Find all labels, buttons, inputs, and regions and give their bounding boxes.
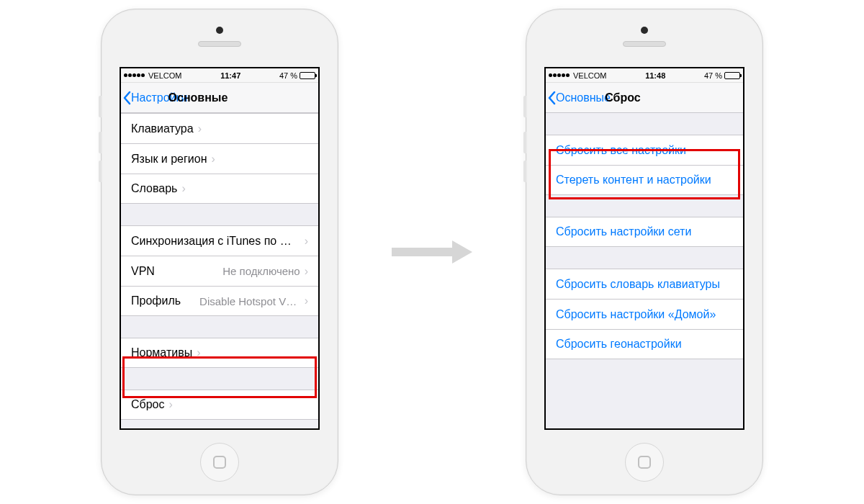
- screen-reset: VELCOM 11:48 47 % Основные Сброс Сброси: [544, 67, 744, 430]
- row-vpn[interactable]: VPN Не подключено ›: [121, 256, 318, 286]
- row-label: Нормативы: [131, 346, 192, 359]
- row-reset-keyboard-dictionary[interactable]: Сбросить словарь клавиатуры: [546, 269, 743, 299]
- camera-dot: [216, 27, 223, 34]
- iphone-right: VELCOM 11:48 47 % Основные Сброс Сброси: [526, 9, 763, 495]
- back-label: Настройки: [131, 91, 187, 104]
- chevron-right-icon: ›: [169, 398, 173, 411]
- nav-bar: Настройки Основные: [121, 83, 318, 113]
- row-label: Профиль: [131, 294, 181, 307]
- carrier-label: VELCOM: [573, 71, 606, 80]
- row-label: Сбросить настройки «Домой»: [556, 308, 716, 321]
- back-button[interactable]: Основные: [546, 91, 611, 105]
- chevron-right-icon: ›: [305, 235, 308, 248]
- row-label: Сбросить словарь клавиатуры: [556, 278, 720, 291]
- screen-general: VELCOM 11:47 47 % Настройки Основные Кла…: [120, 67, 320, 430]
- row-reset-network[interactable]: Сбросить настройки сети: [546, 217, 743, 247]
- home-button[interactable]: [200, 443, 239, 482]
- camera-dot: [641, 27, 648, 34]
- clock-label: 11:48: [645, 71, 665, 80]
- battery-icon: [724, 72, 740, 79]
- row-label: Словарь: [131, 182, 177, 195]
- chevron-right-icon: ›: [198, 122, 202, 135]
- speaker-slot: [198, 41, 241, 47]
- row-value: Не подключено: [217, 265, 300, 277]
- back-label: Основные: [556, 91, 611, 104]
- row-erase-content-settings[interactable]: Стереть контент и настройки: [546, 165, 743, 195]
- row-keyboard[interactable]: Клавиатура ›: [121, 113, 318, 143]
- battery-percent-label: 47 %: [279, 71, 297, 80]
- row-itunes-wifi-sync[interactable]: Синхронизация с iTunes по Wi-Fi ›: [121, 225, 318, 256]
- row-label: Язык и регион: [131, 153, 207, 166]
- row-dictionary[interactable]: Словарь ›: [121, 174, 318, 204]
- row-label: Сброс: [131, 398, 165, 411]
- chevron-right-icon: ›: [305, 265, 308, 278]
- row-regulatory[interactable]: Нормативы ›: [121, 338, 318, 368]
- battery-icon: [300, 72, 315, 79]
- row-reset[interactable]: Сброс ›: [121, 390, 318, 420]
- status-bar: VELCOM 11:48 47 %: [546, 68, 743, 83]
- home-button[interactable]: [625, 443, 664, 482]
- speaker-slot: [623, 41, 666, 47]
- row-profile[interactable]: Профиль Disable Hotspot VPN ›: [121, 286, 318, 316]
- row-label: Сбросить все настройки: [556, 144, 686, 157]
- svg-marker-1: [452, 240, 472, 264]
- row-value: Disable Hotspot VPN: [194, 295, 300, 307]
- row-language-region[interactable]: Язык и регион ›: [121, 143, 318, 174]
- flow-arrow-icon: [389, 238, 475, 266]
- chevron-right-icon: ›: [212, 153, 215, 166]
- row-reset-location[interactable]: Сбросить геонастройки: [546, 329, 743, 359]
- status-bar: VELCOM 11:47 47 %: [121, 68, 318, 83]
- nav-bar: Основные Сброс: [546, 83, 743, 113]
- row-label: Сбросить геонастройки: [556, 338, 682, 351]
- iphone-left: VELCOM 11:47 47 % Настройки Основные Кла…: [101, 9, 338, 495]
- signal-dots-icon: [124, 73, 145, 77]
- row-label: Клавиатура: [131, 122, 194, 135]
- chevron-right-icon: ›: [181, 182, 185, 195]
- row-label: VPN: [131, 265, 155, 278]
- chevron-right-icon: ›: [197, 346, 200, 359]
- chevron-right-icon: ›: [305, 294, 308, 307]
- carrier-label: VELCOM: [148, 71, 181, 80]
- signal-dots-icon: [549, 73, 570, 77]
- row-label: Сбросить настройки сети: [556, 225, 691, 238]
- back-button[interactable]: Настройки: [121, 91, 187, 105]
- battery-percent-label: 47 %: [704, 71, 722, 80]
- clock-label: 11:47: [220, 71, 240, 80]
- row-label: Синхронизация с iTunes по Wi-Fi: [131, 235, 300, 248]
- row-reset-home[interactable]: Сбросить настройки «Домой»: [546, 299, 743, 329]
- row-label: Стереть контент и настройки: [556, 174, 711, 186]
- row-reset-all-settings[interactable]: Сбросить все настройки: [546, 135, 743, 165]
